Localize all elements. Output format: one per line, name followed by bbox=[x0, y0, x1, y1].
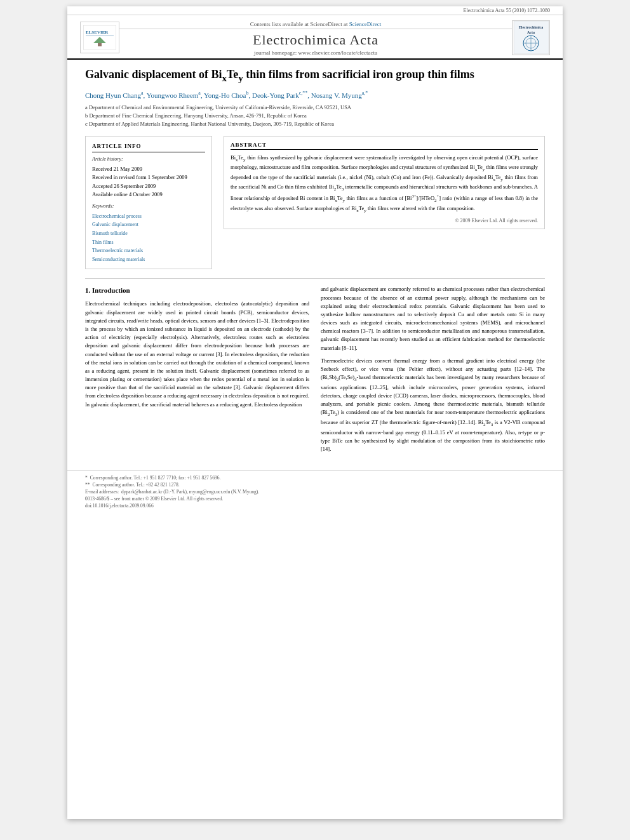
footnotes: * Corresponding author. Tel.: +1 951 827… bbox=[85, 475, 545, 495]
email-label: E-mail addresses: bbox=[85, 489, 119, 495]
journal-ref: Electrochimica Acta 55 (2010) 1072–1080 bbox=[67, 6, 563, 15]
sciencedirect-link[interactable]: ScienceDirect bbox=[349, 21, 381, 27]
elsevier-logo: ELSEVIER bbox=[80, 22, 119, 53]
star2-text: Corresponding author. Tel.: +82 42 821 1… bbox=[93, 482, 180, 488]
keyword-3: Bismuth telluride bbox=[92, 229, 205, 238]
footer-note: 0013-4686/$ – see front matter © 2009 El… bbox=[85, 496, 545, 502]
svg-text:Acta: Acta bbox=[527, 30, 535, 34]
intro-para-2: and galvanic displacement are commonly r… bbox=[321, 285, 545, 352]
copyright: © 2009 Elsevier Ltd. All rights reserved… bbox=[231, 218, 538, 223]
footer-doi: doi:10.1016/j.electacta.2009.09.066 bbox=[85, 503, 545, 509]
page-footer: * Corresponding author. Tel.: +1 951 827… bbox=[67, 470, 563, 511]
accepted-date: Accepted 26 September 2009 bbox=[92, 182, 205, 191]
body-col-right: and galvanic displacement are commonly r… bbox=[321, 285, 545, 458]
footnote-star1: * Corresponding author. Tel.: +1 951 827… bbox=[85, 475, 545, 481]
affiliations: a Department of Chemical and Environment… bbox=[85, 103, 545, 128]
svg-text:ELSEVIER: ELSEVIER bbox=[86, 30, 109, 35]
section-divider bbox=[85, 278, 545, 279]
keywords-list: Electrochemical process Galvanic displac… bbox=[92, 212, 205, 264]
article-info-header: ARTICLE INFO bbox=[92, 142, 205, 152]
svg-rect-2 bbox=[86, 36, 114, 36]
article-info-column: ARTICLE INFO Article history: Received 2… bbox=[85, 136, 212, 270]
journal-header: ELSEVIER Contents lists available at Sci… bbox=[67, 15, 563, 60]
title-sub-x: x bbox=[222, 73, 227, 83]
keyword-6: Semiconducting materials bbox=[92, 255, 205, 264]
keyword-5: Thermoelectric materials bbox=[92, 246, 205, 255]
received-date: Received 21 May 2009 bbox=[92, 165, 205, 174]
history-label: Article history: bbox=[92, 156, 205, 164]
article-title: Galvanic displacement of BixTey thin fil… bbox=[85, 67, 545, 84]
intro-para-3: Thermoelectric devices convert thermal e… bbox=[321, 357, 545, 453]
abstract-box: ABSTRACT BixTey thin films synthesized b… bbox=[224, 136, 545, 230]
abstract-column: ABSTRACT BixTey thin films synthesized b… bbox=[224, 136, 545, 270]
journal-logo-right: Electrochimica Acta bbox=[512, 20, 550, 55]
body-text-section: 1. Introduction Electrochemical techniqu… bbox=[85, 285, 545, 458]
article-info-box: ARTICLE INFO Article history: Received 2… bbox=[85, 136, 212, 270]
abstract-text: BixTey thin films synthesized by galvani… bbox=[231, 154, 538, 215]
star1-text: Corresponding author. Tel.: +1 951 827 7… bbox=[90, 475, 221, 481]
email-line: E-mail addresses: dypark@hanbat.ac.kr (D… bbox=[85, 489, 545, 495]
journal-url: journal homepage: www.elsevier.com/locat… bbox=[119, 50, 512, 56]
intro-para-1: Electrochemical techniques including ele… bbox=[85, 300, 309, 408]
keywords-label: Keywords: bbox=[92, 203, 205, 211]
journal-name: Electrochimica Acta bbox=[119, 32, 512, 48]
info-abstract-section: ARTICLE INFO Article history: Received 2… bbox=[85, 136, 545, 270]
article-page: Electrochimica Acta 55 (2010) 1072–1080 … bbox=[67, 6, 563, 819]
star2-symbol: ** bbox=[85, 482, 90, 488]
footnote-star2: ** Corresponding author. Tel.: +82 42 82… bbox=[85, 482, 545, 488]
keyword-4: Thin films bbox=[92, 238, 205, 247]
svg-text:Electrochimica: Electrochimica bbox=[518, 25, 543, 29]
email-text: dypark@hanbat.ac.kr (D.-Y. Park), myung@… bbox=[121, 489, 259, 495]
available-date: Available online 4 October 2009 bbox=[92, 190, 205, 199]
sciencedirect-banner: Contents lists available at ScienceDirec… bbox=[119, 19, 512, 29]
keyword-1: Electrochemical process bbox=[92, 212, 205, 221]
article-body: Galvanic displacement of BixTey thin fil… bbox=[67, 60, 563, 470]
journal-center-header: Contents lists available at ScienceDirec… bbox=[119, 19, 512, 56]
star1-symbol: * bbox=[85, 475, 88, 481]
abstract-header: ABSTRACT bbox=[231, 142, 538, 150]
authors-line: Chong Hyun Changa, Youngwoo Rheema, Yong… bbox=[85, 90, 545, 100]
revised-date: Received in revised form 1 September 200… bbox=[92, 173, 205, 182]
body-col-left: 1. Introduction Electrochemical techniqu… bbox=[85, 285, 309, 458]
intro-heading: 1. Introduction bbox=[85, 285, 309, 296]
svg-rect-4 bbox=[98, 43, 102, 46]
title-sub-y-te: y bbox=[238, 73, 243, 83]
keyword-2: Galvanic displacement bbox=[92, 220, 205, 229]
